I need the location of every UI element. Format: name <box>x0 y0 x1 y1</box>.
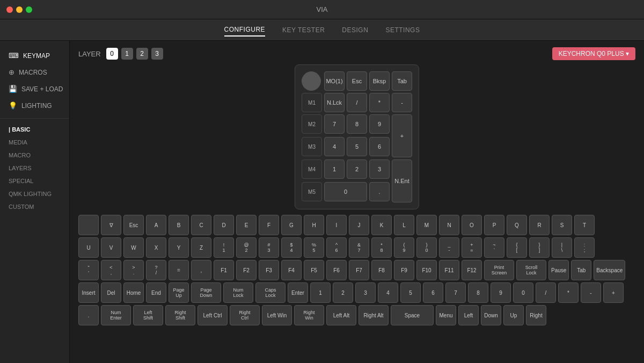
k-f12[interactable]: F12 <box>462 260 482 280</box>
k-f1[interactable]: F1 <box>214 260 234 280</box>
nk-m2[interactable]: M2 <box>302 114 322 134</box>
nk-plus[interactable]: + <box>392 114 412 157</box>
k-nav[interactable]: ∇ <box>101 215 121 235</box>
nk-dot[interactable]: . <box>369 182 390 201</box>
sidebar-item-lighting[interactable]: 💡 LIGHTING <box>0 97 69 114</box>
k-f5[interactable]: F5 <box>304 260 324 280</box>
sidebar-cat-qmk[interactable]: QMK LIGHTING <box>0 187 69 200</box>
k-h[interactable]: H <box>304 215 324 235</box>
nk-nent[interactable]: N.Ent <box>392 159 412 202</box>
k-dol4[interactable]: $4 <box>281 237 302 258</box>
k-esc[interactable]: Esc <box>123 215 144 235</box>
k-pause[interactable]: Pause <box>548 260 569 280</box>
k-pageup[interactable]: PageUp <box>169 282 189 303</box>
k-space[interactable]: Space <box>391 305 434 325</box>
k-v[interactable]: V <box>101 237 121 258</box>
k-pct5[interactable]: %5 <box>304 237 324 258</box>
k-excl1[interactable]: !1 <box>214 237 234 258</box>
nk-9[interactable]: 9 <box>369 114 390 134</box>
k-y[interactable]: Y <box>169 237 189 258</box>
layer-btn-0[interactable]: 0 <box>106 48 118 60</box>
nk-2[interactable]: 2 <box>347 159 367 179</box>
k-lshift[interactable]: LeftShift <box>133 305 163 325</box>
k-scrolllock[interactable]: ScrollLock <box>516 260 546 280</box>
nk-8[interactable]: 8 <box>347 114 367 134</box>
nav-configure[interactable]: CONFIGURE <box>224 24 266 37</box>
k-lp9[interactable]: (9 <box>394 237 414 258</box>
k-right[interactable]: Right <box>526 305 546 325</box>
k-num5[interactable]: 5 <box>400 282 421 303</box>
k-numslash[interactable]: / <box>536 282 556 303</box>
k-k[interactable]: K <box>371 215 392 235</box>
sidebar-cat-macro[interactable]: MACRO <box>0 149 69 162</box>
nk-div[interactable]: / <box>347 93 367 112</box>
k-tab2[interactable]: Tab <box>571 260 591 280</box>
nk-mul[interactable]: * <box>369 93 390 112</box>
nk-m4[interactable]: M4 <box>302 159 322 179</box>
k-f[interactable]: F <box>259 215 279 235</box>
sidebar-cat-custom[interactable]: CUSTOM <box>0 200 69 213</box>
k-tilde[interactable]: ~` <box>484 237 504 258</box>
k-up[interactable]: Up <box>503 305 524 325</box>
nk-minus[interactable]: - <box>392 93 412 112</box>
sidebar-item-keymap[interactable]: ⌨ KEYMAP <box>0 47 69 64</box>
k-f10[interactable]: F10 <box>416 260 437 280</box>
k-f3[interactable]: F3 <box>259 260 279 280</box>
minimize-dot[interactable] <box>16 6 23 13</box>
k-numlock[interactable]: NumLock <box>223 282 253 303</box>
k-f9[interactable]: F9 <box>394 260 414 280</box>
nk-5[interactable]: 5 <box>347 137 367 156</box>
k-insert[interactable]: Insert <box>78 282 99 303</box>
nk-m1[interactable]: M1 <box>302 93 322 112</box>
k-num4[interactable]: 4 <box>378 282 398 303</box>
k-quote[interactable]: "' <box>78 260 99 280</box>
k-x[interactable]: X <box>146 237 166 258</box>
k-pagedown[interactable]: PageDown <box>191 282 221 303</box>
k-colon[interactable]: :; <box>574 237 595 258</box>
nav-key-tester[interactable]: KEY TESTER <box>282 24 325 36</box>
k-left[interactable]: Left <box>458 305 479 325</box>
nk-1[interactable]: 1 <box>324 159 345 179</box>
k-dot2[interactable]: . <box>78 305 99 325</box>
k-enter[interactable]: Enter <box>288 282 308 303</box>
k-pipe[interactable]: |\ <box>552 237 572 258</box>
k-q[interactable]: Q <box>507 215 527 235</box>
k-end[interactable]: End <box>146 282 166 303</box>
k-rshift[interactable]: RightShift <box>165 305 195 325</box>
k-amp7[interactable]: &7 <box>349 237 369 258</box>
nk-bksp[interactable]: Bksp <box>369 71 390 91</box>
k-at2[interactable]: @2 <box>236 237 257 258</box>
k-rbr[interactable]: }] <box>529 237 550 258</box>
k-g[interactable]: G <box>281 215 302 235</box>
k-num6[interactable]: 6 <box>423 282 443 303</box>
k-num2[interactable]: 2 <box>333 282 353 303</box>
k-qslash[interactable]: ?/ <box>146 260 166 280</box>
k-rp0[interactable]: )0 <box>416 237 437 258</box>
nk-m5[interactable]: M5 <box>302 182 322 201</box>
k-f6[interactable]: F6 <box>326 260 347 280</box>
k-f2[interactable]: F2 <box>236 260 257 280</box>
k-del[interactable]: Del <box>101 282 121 303</box>
k-num7[interactable]: 7 <box>445 282 466 303</box>
k-menu[interactable]: Menu <box>436 305 456 325</box>
k-o[interactable]: O <box>462 215 482 235</box>
k-e[interactable]: E <box>236 215 257 235</box>
k-equal[interactable]: = <box>169 260 189 280</box>
k-ralt[interactable]: Right Alt <box>358 305 389 325</box>
k-down[interactable]: Down <box>481 305 501 325</box>
k-gtdot[interactable]: >. <box>123 260 144 280</box>
nk-tab[interactable]: Tab <box>392 71 412 91</box>
nk-0[interactable]: 0 <box>324 182 367 201</box>
sidebar-item-save-load[interactable]: 💾 SAVE + LOAD <box>0 81 69 97</box>
k-numenter[interactable]: NumEnter <box>101 305 131 325</box>
layer-btn-1[interactable]: 1 <box>121 48 133 60</box>
k-printscreen[interactable]: PrintScreen <box>484 260 514 280</box>
k-f4[interactable]: F4 <box>281 260 302 280</box>
nav-settings[interactable]: SETTINGS <box>385 24 420 36</box>
k-num8[interactable]: 8 <box>468 282 488 303</box>
k-rwin[interactable]: RightWin <box>294 305 324 325</box>
k-f8[interactable]: F8 <box>371 260 392 280</box>
k-undr[interactable]: _- <box>439 237 459 258</box>
k-j[interactable]: J <box>349 215 369 235</box>
k-lalt[interactable]: Left Alt <box>326 305 356 325</box>
